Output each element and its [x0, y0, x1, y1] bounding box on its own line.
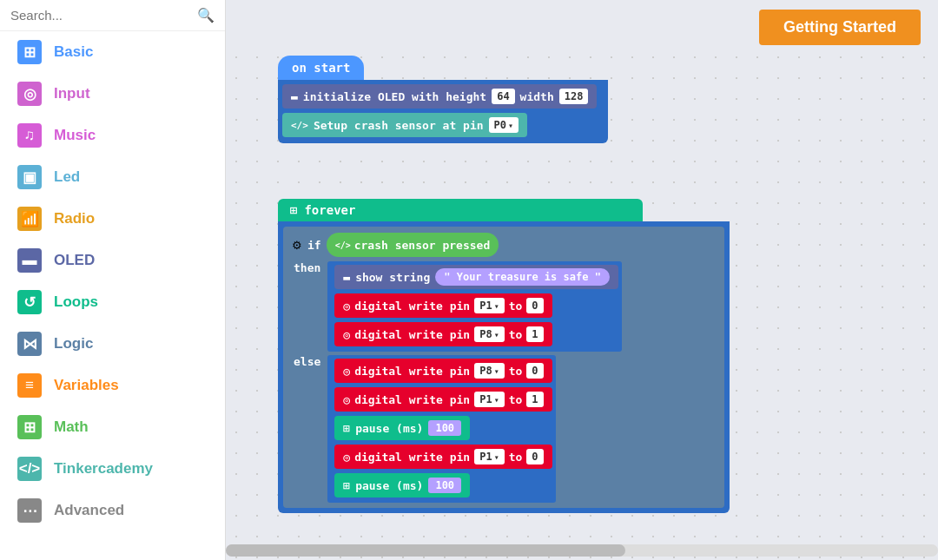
pin-icon-5: ◎ — [343, 451, 350, 464]
forever-header[interactable]: ⊞ forever — [278, 199, 643, 221]
dw3-val-slot[interactable]: 0 — [526, 363, 543, 379]
pin-icon-4: ◎ — [343, 393, 350, 406]
oled-screen-icon: ▬ — [291, 90, 298, 103]
sidebar-item-tinkercademy[interactable]: </>Tinkercademy — [0, 448, 225, 490]
forever-group: ⊞ forever ⚙ if </> crash sensor pressed — [278, 199, 730, 513]
dw1-pin-dropdown[interactable]: P1 — [474, 298, 504, 313]
logic-icon: ⋈ — [17, 332, 42, 356]
sidebar-item-radio[interactable]: 📶Radio — [0, 198, 225, 240]
oled-width-slot[interactable]: 128 — [559, 89, 589, 104]
loops-icon: ↺ — [17, 290, 42, 314]
dw2-label: digital write pin — [354, 328, 470, 341]
dw4-pin-dropdown[interactable]: P1 — [474, 392, 504, 407]
then-body: ▬ show string " Your treasure is safe " … — [327, 261, 622, 352]
pause1-val-slot[interactable]: 100 — [428, 420, 461, 436]
if-keyword: if — [307, 239, 321, 252]
sidebar-item-led[interactable]: ▣Led — [0, 156, 225, 198]
else-body: ◎ digital write pin P8 to 0 ◎ — [327, 355, 555, 503]
grid-icon-forever: ⊞ — [290, 203, 297, 217]
tinkercademy-label: Tinkercademy — [54, 460, 153, 478]
grid-icon-pause2: ⊞ — [343, 479, 350, 492]
main-area: Getting Started on start ▬ initialize OL… — [226, 0, 938, 560]
treasure-string-block[interactable]: " Your treasure is safe " — [435, 268, 610, 286]
dw5-pin-dropdown[interactable]: P1 — [474, 449, 504, 464]
search-icon: 🔍 — [197, 7, 215, 23]
sidebar-item-variables[interactable]: ≡Variables — [0, 365, 225, 406]
initialize-oled-block[interactable]: ▬ initialize OLED with height 64 width 1… — [282, 84, 604, 109]
on-start-label: on start — [292, 61, 350, 75]
search-bar: 🔍 — [0, 0, 225, 31]
dw5-block[interactable]: ◎ digital write pin P1 to 0 — [334, 445, 552, 469]
code-icon-sensor: </> — [335, 240, 351, 250]
settings-icon-if: ⚙ — [292, 239, 302, 252]
pin-icon-3: ◎ — [343, 365, 350, 378]
dw4-to-label: to — [509, 393, 523, 406]
oled-label: OLED — [54, 252, 95, 269]
sidebar-item-input[interactable]: ◎Input — [0, 73, 225, 115]
on-start-body: ▬ initialize OLED with height 64 width 1… — [278, 80, 608, 143]
dw2-to-label: to — [509, 328, 523, 341]
oled-icon: ▬ — [17, 248, 42, 273]
sidebar-item-music[interactable]: ♫Music — [0, 115, 225, 156]
sidebar-items: ⊞Basic◎Input♫Music▣Led📶Radio▬OLED↺Loops⋈… — [0, 31, 225, 531]
logic-label: Logic — [54, 335, 93, 352]
setup-crash-block[interactable]: </> Setup crash sensor at pin P0 — [282, 113, 604, 137]
pause1-block[interactable]: ⊞ pause (ms) 100 — [334, 416, 552, 440]
search-input[interactable] — [10, 8, 197, 23]
else-section: else ◎ digital write pin P8 to 0 — [287, 353, 721, 504]
crash-sensor-block[interactable]: </> crash sensor pressed — [327, 233, 499, 257]
dw5-val-slot[interactable]: 0 — [526, 449, 543, 464]
dw4-block[interactable]: ◎ digital write pin P1 to 1 — [334, 387, 552, 412]
sidebar-item-advanced[interactable]: ⋯Advanced — [0, 490, 225, 531]
music-label: Music — [54, 127, 96, 144]
led-label: Led — [54, 168, 80, 186]
hscroll-thumb[interactable] — [226, 544, 625, 557]
pause2-block[interactable]: ⊞ pause (ms) 100 — [334, 473, 552, 497]
pause1-label: pause (ms) — [355, 422, 423, 435]
getting-started-button[interactable]: Getting Started — [759, 10, 921, 45]
dw5-label: digital write pin — [354, 451, 470, 464]
dw3-pin-dropdown[interactable]: P8 — [474, 363, 504, 379]
radio-icon: 📶 — [17, 207, 42, 231]
dw2-val-slot[interactable]: 1 — [526, 326, 543, 342]
dw3-to-label: to — [509, 365, 523, 378]
dw4-label: digital write pin — [354, 393, 470, 406]
dw2-pin-dropdown[interactable]: P8 — [474, 326, 504, 342]
sidebar-item-math[interactable]: ⊞Math — [0, 406, 225, 448]
oled-icon-show: ▬ — [343, 271, 350, 284]
sidebar-item-logic[interactable]: ⋈Logic — [0, 323, 225, 365]
variables-icon: ≡ — [17, 373, 42, 398]
forever-body: ⚙ if </> crash sensor pressed then — [278, 221, 730, 513]
dw3-label: digital write pin — [354, 365, 470, 378]
dw2-block[interactable]: ◎ digital write pin P8 to 1 — [334, 322, 618, 346]
advanced-label: Advanced — [54, 502, 124, 519]
dw4-val-slot[interactable]: 1 — [526, 392, 543, 407]
radio-label: Radio — [54, 210, 95, 227]
width-label: width — [520, 90, 554, 103]
oled-height-slot[interactable]: 64 — [492, 89, 514, 104]
hscroll-track[interactable] — [226, 544, 938, 557]
basic-label: Basic — [54, 43, 93, 61]
sidebar-item-oled[interactable]: ▬OLED — [0, 240, 225, 281]
blocks-canvas[interactable]: on start ▬ initialize OLED with height 6… — [226, 47, 938, 560]
show-string-block[interactable]: ▬ show string " Your treasure is safe " — [334, 265, 618, 289]
if-header: ⚙ if </> crash sensor pressed — [287, 230, 721, 260]
input-icon: ◎ — [17, 82, 42, 106]
then-label: then — [287, 260, 327, 276]
dw1-val-slot[interactable]: 0 — [526, 298, 543, 313]
pause2-val-slot[interactable]: 100 — [428, 478, 461, 493]
dw1-block[interactable]: ◎ digital write pin P1 to 0 — [334, 293, 618, 318]
dw1-label: digital write pin — [354, 300, 470, 313]
advanced-icon: ⋯ — [17, 498, 42, 523]
then-section: then ▬ show string " Your treasure is sa… — [287, 260, 721, 353]
tinkercademy-icon: </> — [17, 457, 42, 481]
dw3-block[interactable]: ◎ digital write pin P8 to 0 — [334, 359, 552, 383]
on-start-header[interactable]: on start — [278, 56, 364, 80]
sidebar: 🔍 ⊞Basic◎Input♫Music▣Led📶Radio▬OLED↺Loop… — [0, 0, 226, 560]
crash-sensor-label: crash sensor pressed — [354, 239, 491, 252]
pin-icon-1: ◎ — [343, 300, 350, 313]
sidebar-item-loops[interactable]: ↺Loops — [0, 281, 225, 323]
crash-pin-dropdown[interactable]: P0 — [489, 117, 519, 133]
sidebar-item-basic[interactable]: ⊞Basic — [0, 31, 225, 73]
led-icon: ▣ — [17, 165, 42, 189]
